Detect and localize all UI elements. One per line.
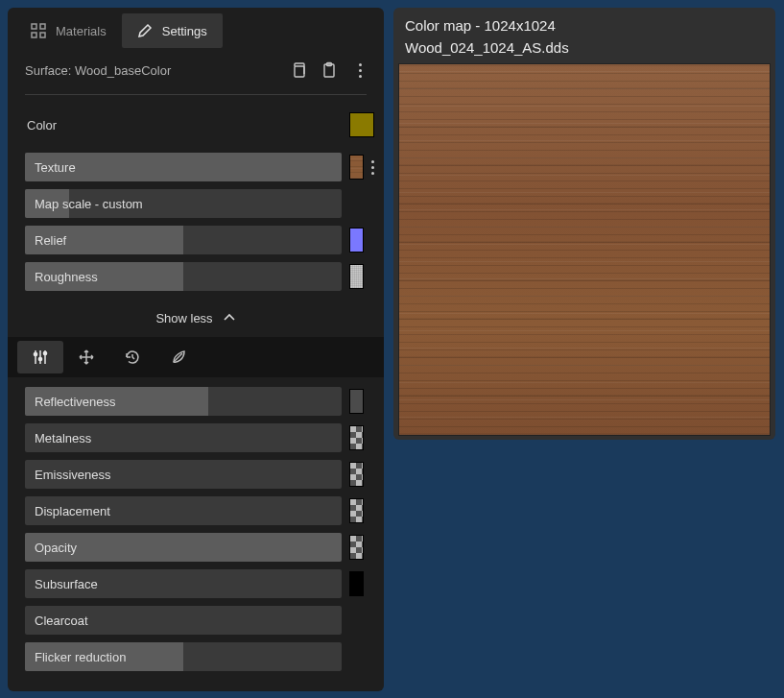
slider-fill bbox=[25, 189, 69, 218]
prop-row: Texture bbox=[25, 153, 374, 181]
leaf-icon bbox=[170, 349, 187, 366]
copy-icon bbox=[290, 61, 307, 79]
slider-track[interactable]: Map scale - custom bbox=[25, 189, 342, 218]
prop-swatch[interactable] bbox=[349, 155, 364, 180]
show-less-toggle[interactable]: Show less bbox=[8, 299, 384, 337]
slider-fill bbox=[25, 533, 342, 562]
surface-name: Wood_baseColor bbox=[75, 63, 171, 78]
slider-fill bbox=[25, 226, 183, 254]
prop-label: Emissiveness bbox=[35, 468, 110, 482]
prop-label: Clearcoat bbox=[35, 614, 88, 628]
prop-row: Roughness bbox=[25, 262, 374, 291]
slider-track[interactable]: Flicker reduction bbox=[25, 642, 342, 671]
slider-track[interactable]: Texture bbox=[25, 153, 342, 181]
texture-preview-panel: Color map - 1024x1024 Wood_024_1024_AS.d… bbox=[393, 8, 775, 440]
adjust-tab[interactable] bbox=[17, 341, 63, 373]
panel-tabs: Materials Settings bbox=[8, 8, 384, 54]
prop-row: Displacement bbox=[25, 496, 374, 525]
prop-row: Emissiveness bbox=[25, 460, 374, 489]
slider-track[interactable]: Clearcoat bbox=[25, 606, 342, 635]
history-icon bbox=[124, 349, 141, 366]
color-row: Color bbox=[25, 110, 374, 139]
material-settings-panel: Materials Settings Surface: Wood_baseCol… bbox=[8, 8, 384, 691]
preview-filename: Wood_024_1024_AS.dds bbox=[405, 37, 764, 60]
prop-row: Metalness bbox=[25, 423, 374, 452]
divider bbox=[25, 94, 367, 95]
prop-label: Displacement bbox=[35, 504, 110, 518]
slider-track[interactable]: Emissiveness bbox=[25, 460, 342, 489]
tab-materials[interactable]: Materials bbox=[15, 13, 122, 48]
prop-row: Reflectiveness bbox=[25, 387, 374, 416]
slider-track[interactable]: Roughness bbox=[25, 262, 342, 291]
color-swatch[interactable] bbox=[349, 112, 374, 137]
history-tab[interactable] bbox=[109, 341, 155, 373]
slider-track[interactable]: Displacement bbox=[25, 496, 342, 525]
prop-swatch[interactable] bbox=[349, 571, 364, 596]
tab-materials-label: Materials bbox=[56, 24, 107, 38]
slider-fill bbox=[25, 262, 183, 291]
prop-swatch[interactable] bbox=[349, 535, 364, 560]
surface-prefix: Surface: bbox=[25, 63, 75, 78]
prop-swatch[interactable] bbox=[349, 228, 364, 253]
prop-row: Clearcoat bbox=[25, 606, 374, 635]
prop-swatch[interactable] bbox=[349, 425, 364, 450]
svg-rect-0 bbox=[32, 24, 36, 29]
prop-swatch[interactable] bbox=[349, 498, 364, 523]
slider-track[interactable]: Reflectiveness bbox=[25, 387, 342, 416]
svg-point-7 bbox=[34, 352, 36, 355]
svg-rect-3 bbox=[40, 33, 45, 37]
move-icon bbox=[78, 349, 95, 366]
prop-swatch[interactable] bbox=[349, 264, 364, 289]
row-more-icon[interactable] bbox=[371, 160, 374, 175]
prop-row: Map scale - custom bbox=[25, 189, 374, 218]
sliders-icon bbox=[32, 349, 49, 366]
slider-track[interactable]: Opacity bbox=[25, 533, 342, 562]
pencil-icon bbox=[137, 23, 153, 38]
slider-fill bbox=[25, 387, 208, 416]
vertical-dots-icon bbox=[359, 63, 362, 78]
paste-button[interactable] bbox=[319, 60, 340, 81]
texture-preview-image bbox=[399, 64, 770, 435]
transform-tab[interactable] bbox=[63, 341, 109, 373]
slider-track[interactable]: Metalness bbox=[25, 423, 342, 452]
sub-toolbar bbox=[8, 337, 384, 377]
prop-row: Subsurface bbox=[25, 569, 374, 598]
show-less-label: Show less bbox=[155, 311, 212, 325]
clipboard-icon bbox=[321, 61, 338, 79]
tab-settings[interactable]: Settings bbox=[122, 13, 223, 48]
prop-swatch[interactable] bbox=[349, 462, 364, 487]
prop-swatch[interactable] bbox=[349, 389, 364, 414]
prop-row: Opacity bbox=[25, 533, 374, 562]
slider-fill bbox=[25, 642, 183, 671]
surface-row: Surface: Wood_baseColor bbox=[8, 54, 384, 90]
slider-fill bbox=[25, 153, 342, 181]
svg-point-8 bbox=[38, 357, 41, 360]
svg-rect-1 bbox=[40, 24, 45, 29]
tab-settings-label: Settings bbox=[162, 24, 207, 38]
preview-title: Color map - 1024x1024 bbox=[405, 15, 764, 37]
prop-label: Subsurface bbox=[35, 577, 98, 591]
svg-rect-2 bbox=[32, 33, 36, 37]
eco-tab[interactable] bbox=[155, 341, 202, 373]
prop-label: Metalness bbox=[35, 431, 91, 445]
prop-row: Relief bbox=[25, 226, 374, 254]
more-button[interactable] bbox=[349, 60, 370, 81]
slider-track[interactable]: Relief bbox=[25, 226, 342, 254]
copy-button[interactable] bbox=[288, 60, 309, 81]
svg-rect-4 bbox=[295, 66, 304, 77]
chevron-up-icon bbox=[223, 311, 236, 325]
slider-track[interactable]: Subsurface bbox=[25, 569, 342, 598]
svg-point-9 bbox=[43, 351, 46, 354]
color-label: Color bbox=[25, 118, 349, 132]
prop-row: Flicker reduction bbox=[25, 642, 374, 671]
grid-icon bbox=[31, 23, 46, 38]
